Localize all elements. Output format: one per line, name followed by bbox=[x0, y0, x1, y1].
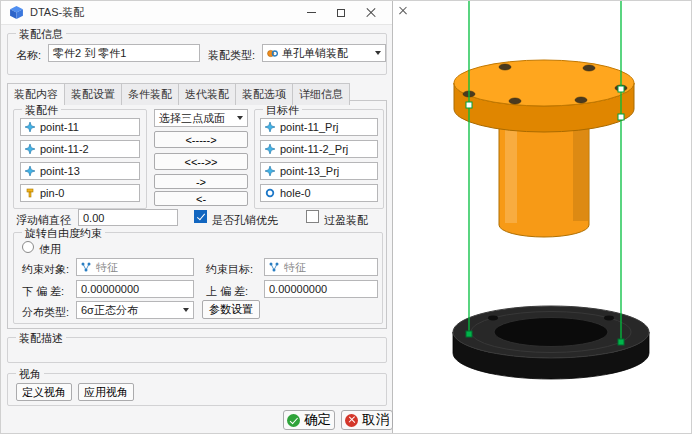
hole-pin-priority-checkbox[interactable] bbox=[194, 210, 207, 223]
3d-scene bbox=[393, 1, 692, 434]
apply-view-button[interactable]: 应用视角 bbox=[78, 383, 134, 401]
interference-fit-label: 过盈装配 bbox=[324, 213, 368, 228]
chevron-down-icon bbox=[183, 308, 189, 312]
selection-marker[interactable] bbox=[466, 102, 472, 108]
upper-deviation-input[interactable]: 0.00000000 bbox=[264, 280, 378, 298]
flange-hole bbox=[583, 65, 595, 71]
target-part-item[interactable]: point-13_Prj bbox=[260, 162, 378, 180]
use-constraint-label: 使用 bbox=[39, 242, 61, 257]
target-parts-legend: 目标件 bbox=[263, 103, 302, 118]
maximize-button[interactable] bbox=[326, 1, 356, 24]
parameter-settings-button[interactable]: 参数设置 bbox=[202, 300, 260, 319]
target-part-item[interactable]: point-11_Prj bbox=[260, 118, 378, 136]
name-input[interactable]: 零件2 到 零件1 bbox=[48, 44, 200, 62]
assembly-type-icon bbox=[267, 48, 278, 59]
point-icon bbox=[25, 122, 36, 133]
float-pin-diameter-input[interactable]: 0.00 bbox=[78, 209, 178, 226]
view-legend: 视角 bbox=[16, 367, 44, 382]
assembly-description-group: 装配描述 bbox=[7, 337, 387, 363]
ok-button[interactable]: 确定 bbox=[283, 410, 335, 430]
float-pin-diameter-value: 0.00 bbox=[83, 212, 104, 224]
three-point-face-value: 选择三点成面 bbox=[159, 111, 225, 126]
point-icon bbox=[25, 166, 36, 177]
assembly-parts-group: 装配件 point-11 point-11-2 point-13 pin-0 bbox=[13, 109, 147, 209]
transfer-left-button[interactable]: <- bbox=[154, 191, 248, 206]
tab-details[interactable]: 详细信息 bbox=[293, 83, 350, 105]
constraint-target-input[interactable]: 特征 bbox=[264, 258, 378, 276]
tab-assembly-content[interactable]: 装配内容 bbox=[7, 83, 65, 105]
ok-check-icon bbox=[287, 414, 300, 427]
interference-fit-checkbox[interactable] bbox=[306, 210, 319, 223]
close-icon bbox=[366, 8, 376, 18]
ok-label: 确定 bbox=[304, 411, 331, 429]
part-item-label: point-11 bbox=[40, 121, 79, 133]
tab-conditional-assembly[interactable]: 条件装配 bbox=[122, 83, 179, 105]
assembly-parts-legend: 装配件 bbox=[22, 103, 61, 118]
target-part-item[interactable]: point-11-2_Prj bbox=[260, 140, 378, 158]
target-part-item[interactable]: hole-0 bbox=[260, 184, 378, 202]
close-icon bbox=[399, 7, 407, 15]
tab-bar: 装配内容 装配设置 条件装配 迭代装配 装配选项 详细信息 bbox=[7, 83, 350, 105]
assembly-dialog: DTAS-装配 装配信息 名称: 零件2 到 零件1 装配类型: 单孔单销装配 bbox=[1, 1, 393, 434]
upper-deviation-label: 上 偏 差: bbox=[206, 284, 248, 299]
assembly-type-select[interactable]: 单孔单销装配 bbox=[262, 44, 386, 62]
app-cube-icon bbox=[9, 5, 24, 20]
assembly-type-label: 装配类型: bbox=[208, 48, 255, 63]
chevron-down-icon bbox=[237, 116, 243, 120]
tab-assembly-settings[interactable]: 装配设置 bbox=[65, 83, 122, 105]
target-parts-group: 目标件 point-11_Prj point-11-2_Prj point-13… bbox=[254, 109, 384, 209]
assembly-part-item[interactable]: point-11-2 bbox=[20, 140, 140, 158]
cancel-x-icon bbox=[345, 414, 358, 427]
selection-marker[interactable] bbox=[618, 114, 624, 120]
transfer-right-button[interactable]: -> bbox=[154, 174, 248, 189]
assembly-part-item[interactable]: point-13 bbox=[20, 162, 140, 180]
distribution-type-value: 6σ正态分布 bbox=[81, 303, 138, 318]
constraint-target-label: 约束目标: bbox=[206, 262, 253, 277]
window-controls bbox=[296, 1, 386, 24]
dialog-titlebar[interactable]: DTAS-装配 bbox=[1, 1, 392, 25]
viewport-close-button[interactable] bbox=[396, 4, 410, 18]
distribution-type-select[interactable]: 6σ正态分布 bbox=[76, 301, 194, 319]
tab-assembly-options[interactable]: 装配选项 bbox=[236, 83, 293, 105]
flange-hole bbox=[575, 97, 587, 103]
minimize-button[interactable] bbox=[296, 1, 326, 24]
name-value: 零件2 到 零件1 bbox=[53, 46, 126, 61]
selection-marker[interactable] bbox=[618, 339, 624, 345]
assembly-part-item[interactable]: point-11 bbox=[20, 118, 140, 136]
selection-marker[interactable] bbox=[618, 86, 624, 92]
part-item-label: point-11-2 bbox=[40, 143, 89, 155]
lower-deviation-label: 下 偏 差: bbox=[22, 284, 64, 299]
screen: DTAS-装配 装配信息 名称: 零件2 到 零件1 装配类型: 单孔单销装配 bbox=[0, 0, 692, 434]
constraint-object-input[interactable]: 特征 bbox=[76, 258, 194, 276]
cancel-button[interactable]: 取消 bbox=[341, 410, 393, 430]
name-label: 名称: bbox=[16, 48, 41, 63]
transfer-all-button[interactable]: <-----> bbox=[154, 131, 248, 148]
point-icon bbox=[25, 144, 36, 155]
point-icon bbox=[265, 122, 276, 133]
flange-hole bbox=[499, 64, 511, 70]
selection-marker[interactable] bbox=[466, 331, 472, 337]
chevron-down-icon bbox=[375, 51, 381, 55]
minimize-icon bbox=[307, 12, 316, 13]
3d-viewport[interactable] bbox=[393, 1, 692, 434]
constraint-object-value: 特征 bbox=[96, 260, 118, 275]
target-item-label: point-11-2_Prj bbox=[280, 143, 348, 155]
tab-iterative-assembly[interactable]: 迭代装配 bbox=[179, 83, 236, 105]
hole-icon bbox=[265, 188, 276, 199]
target-item-label: hole-0 bbox=[280, 187, 311, 199]
close-button[interactable] bbox=[356, 1, 386, 24]
dialog-title: DTAS-装配 bbox=[30, 5, 84, 20]
part-item-label: point-13 bbox=[40, 165, 80, 177]
lower-deviation-value: 0.00000000 bbox=[81, 283, 139, 295]
define-view-button[interactable]: 定义视角 bbox=[16, 383, 72, 401]
ring-hole bbox=[604, 316, 614, 321]
use-constraint-radio[interactable] bbox=[22, 241, 34, 253]
assembly-description-legend: 装配描述 bbox=[16, 331, 66, 346]
transfer-swap-button[interactable]: <<-->> bbox=[154, 153, 248, 170]
target-item-label: point-13_Prj bbox=[280, 165, 339, 177]
three-point-face-select[interactable]: 选择三点成面 bbox=[154, 109, 248, 127]
rotation-constraint-legend: 旋转自由度约束 bbox=[22, 226, 105, 241]
assembly-content-panel: 装配件 point-11 point-11-2 point-13 pin-0 bbox=[7, 100, 387, 329]
lower-deviation-input[interactable]: 0.00000000 bbox=[76, 280, 194, 298]
assembly-part-item[interactable]: pin-0 bbox=[20, 184, 140, 202]
